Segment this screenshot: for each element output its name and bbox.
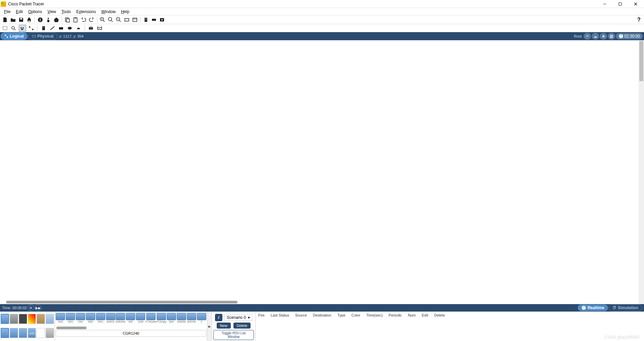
pdu-header-num[interactable]: Num (408, 313, 416, 317)
root-label[interactable]: Root (574, 34, 582, 38)
menu-file[interactable]: File (1, 9, 13, 15)
nav-move-icon[interactable]: ✥ (600, 33, 607, 40)
scenario-selector[interactable]: Scenario 0 ▾ (224, 314, 252, 321)
pdu-header-last-status[interactable]: Last Status (271, 313, 289, 317)
menu-options[interactable]: Options (25, 9, 45, 15)
logical-view-tab[interactable]: Logical (1, 33, 28, 40)
toggle-pdu-button[interactable]: Toggle PDU List Window (213, 330, 254, 340)
pdu-header-edit[interactable]: Edit (422, 313, 428, 317)
pdu-header-periodic[interactable]: Periodic (389, 313, 402, 317)
subcategory-wireless[interactable]: (((•))) (28, 328, 36, 338)
device-item[interactable]: 2620XM (176, 313, 186, 325)
device-item[interactable]: 2621XM (186, 313, 196, 325)
ellipse-tool-icon[interactable] (66, 25, 73, 32)
simulation-mode-tab[interactable]: ⏱ Simulation (609, 304, 642, 311)
inspect-tool-icon[interactable] (10, 25, 17, 32)
menu-extensions[interactable]: Extensions (73, 9, 99, 15)
nav-back-icon[interactable]: ↶ (584, 33, 591, 40)
delete-tool-icon[interactable]: ✕ (19, 25, 26, 32)
category-miscellaneous[interactable] (37, 314, 45, 324)
draw-rect-icon[interactable] (123, 16, 130, 23)
scenario-new-button[interactable]: New (217, 323, 231, 329)
category-end-devices[interactable] (10, 314, 18, 324)
menu-window[interactable]: Window (99, 9, 118, 15)
device-item[interactable]: 4331 (56, 313, 65, 325)
resize-tool-icon[interactable] (28, 25, 35, 32)
pdu-header-color[interactable]: Color (352, 313, 360, 317)
category-components[interactable] (19, 314, 27, 324)
vertical-scrollbar[interactable] (639, 40, 644, 304)
pdu-header-type[interactable]: Type (337, 313, 345, 317)
horizontal-scrollbar[interactable] (0, 300, 644, 304)
copy-icon[interactable] (64, 16, 71, 23)
draw-structured-icon[interactable] (131, 16, 139, 23)
device-item[interactable]: 2911 (96, 313, 105, 325)
device-item[interactable]: 819IOX (106, 313, 115, 325)
pdu-header-destination[interactable]: Destination (313, 313, 331, 317)
device-item[interactable]: 4321 (66, 313, 75, 325)
scenario-delete-button[interactable]: Delete (233, 323, 251, 329)
zoom-in-icon[interactable] (99, 16, 106, 23)
minimize-button[interactable] (597, 0, 612, 8)
nav-background-icon[interactable]: 🖼 (608, 33, 615, 40)
environment-time[interactable]: 🕐 02:30:00 (616, 33, 643, 39)
simple-pdu-icon[interactable] (87, 25, 95, 32)
category-network-devices[interactable] (1, 314, 9, 324)
horizontal-scroll-thumb[interactable] (6, 301, 237, 303)
menu-help[interactable]: Help (118, 9, 132, 15)
device-item[interactable]: PT-Router (146, 313, 156, 325)
menu-edit[interactable]: Edit (13, 9, 25, 15)
realtime-mode-tab[interactable]: 🕐 Realtime (578, 304, 608, 311)
expand-panel-button[interactable]: ▶ (207, 312, 212, 341)
physical-view-tab[interactable]: Physical (28, 33, 57, 40)
device-list-icon[interactable] (142, 16, 150, 23)
device-item[interactable]: PT-Empty (156, 313, 166, 325)
viewport-icon[interactable] (158, 16, 166, 23)
zoom-out-icon[interactable] (115, 16, 122, 23)
close-button[interactable] (628, 0, 643, 8)
subcategory-switches[interactable] (10, 328, 18, 338)
subcategory-wan[interactable] (46, 328, 54, 338)
pdu-header-delete[interactable]: Delete (434, 313, 445, 317)
device-item[interactable]: 1240 (136, 313, 146, 325)
subcategory-routers[interactable] (1, 328, 9, 338)
device-item[interactable]: 1841 (167, 313, 176, 325)
device-item[interactable]: 819HGW (116, 313, 125, 325)
device-item[interactable]: 2901 (86, 313, 96, 325)
note-tool-icon[interactable] (40, 25, 47, 32)
device-scroll-thumb[interactable] (56, 327, 87, 329)
device-item[interactable]: 829 (126, 313, 136, 325)
maximize-button[interactable] (612, 0, 628, 8)
workspace-canvas[interactable] (0, 40, 644, 304)
save-icon[interactable] (17, 16, 25, 23)
scenario-info-icon[interactable]: i (215, 314, 222, 321)
redo-icon[interactable] (88, 16, 95, 23)
pdu-header-fire[interactable]: Fire (258, 313, 265, 317)
pdu-header-source[interactable]: Source (295, 313, 307, 317)
pdu-header-time[interactable]: Time(sec) (366, 313, 382, 317)
freeform-tool-icon[interactable] (75, 25, 82, 32)
help-icon[interactable]: ? (635, 16, 643, 23)
rectangle-tool-icon[interactable] (57, 25, 65, 32)
open-file-icon[interactable] (9, 16, 17, 23)
complex-pdu-icon[interactable] (96, 25, 103, 32)
paste-icon[interactable] (72, 16, 79, 23)
undo-icon[interactable] (80, 16, 87, 23)
device-scrollbar[interactable] (55, 326, 207, 330)
new-file-icon[interactable] (1, 16, 9, 23)
power-cycle-icon[interactable]: ⟳ (28, 305, 34, 311)
network-info-icon[interactable] (45, 16, 52, 23)
device-item[interactable]: 1941 (76, 313, 86, 325)
user-profile-icon[interactable] (53, 16, 60, 23)
activity-wizard-icon[interactable]: i (37, 16, 44, 23)
select-tool-icon[interactable] (1, 25, 9, 32)
menu-view[interactable]: View (45, 9, 59, 15)
category-multiuser[interactable] (46, 314, 54, 324)
fast-forward-icon[interactable]: ▶▶ (35, 305, 42, 311)
device-table-icon[interactable] (150, 16, 158, 23)
line-tool-icon[interactable] (49, 25, 56, 32)
nav-cluster-icon[interactable]: ☁ (592, 33, 599, 40)
menu-tools[interactable]: Tools (59, 9, 73, 15)
category-connections[interactable] (28, 314, 36, 324)
subcategory-security[interactable] (37, 328, 45, 338)
